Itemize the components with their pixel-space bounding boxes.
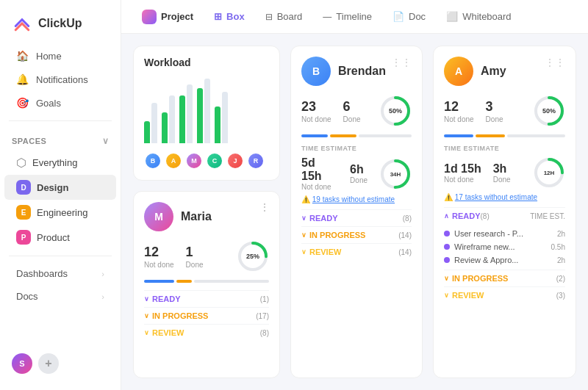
bar-gray-4 xyxy=(204,79,210,143)
workload-avatars: B A M C J R xyxy=(144,152,269,170)
seg-blue-brendan xyxy=(301,134,328,137)
amy-progress-bar xyxy=(444,134,565,137)
maria-card: M Maria ⋮ 12 Not done 1 Done xyxy=(133,191,280,378)
amy-time-estimate-label: TIME ESTIMATE xyxy=(444,145,565,152)
maria-progress-circle: 25% xyxy=(237,240,269,272)
maria-review-section[interactable]: ∨ REVIEW (8) xyxy=(144,324,269,341)
maria-inprogress-label: ∨ IN PROGRESS xyxy=(144,311,208,320)
amy-name: Amy xyxy=(481,65,506,78)
seg-blue-maria xyxy=(144,280,174,283)
amy-time-not-done: 1d 15h Not done xyxy=(444,162,481,184)
amy-ready-section[interactable]: ∧ READY (8) TIME EST. xyxy=(444,207,565,224)
maria-done-label: Done xyxy=(186,261,204,269)
sidebar-item-engineering[interactable]: E Engineering xyxy=(4,200,116,225)
sidebar-item-product[interactable]: P Product xyxy=(4,225,116,250)
maria-ready-section[interactable]: ∨ READY (1) xyxy=(144,290,269,307)
project-label: Project xyxy=(133,5,202,29)
task-name-3: Review & Appro... xyxy=(454,256,551,264)
timeline-icon: — xyxy=(323,12,331,22)
sidebar-item-goals[interactable]: 🎯 Goals xyxy=(4,91,116,115)
amy-not-done-stat: 12 Not done xyxy=(444,99,474,123)
sidebar-item-everything[interactable]: ⬡ Everything xyxy=(4,151,116,175)
brendan-ready-section[interactable]: ∨ READY (8) xyxy=(301,209,412,226)
tab-whiteboard[interactable]: ⬜ Whiteboard xyxy=(437,7,520,26)
tab-timeline[interactable]: — Timeline xyxy=(314,7,381,26)
sidebar-item-home[interactable]: 🏠 Home xyxy=(4,44,116,68)
amy-time-row: 1d 15h Not done 3h Done 12H xyxy=(444,156,565,189)
tab-box[interactable]: ⊞ Box xyxy=(205,7,254,26)
expand-maria-icon[interactable]: ⋮ xyxy=(260,202,269,212)
brendan-done-label: Done xyxy=(343,115,361,123)
tab-board[interactable]: ⊟ Board xyxy=(257,7,312,26)
bar-green-4 xyxy=(197,88,203,143)
amy-done-stat: 3 Done xyxy=(486,99,503,123)
amy-time-est-col: TIME EST. xyxy=(530,212,565,220)
amy-warning-link[interactable]: 17 tasks without estimate xyxy=(455,193,537,201)
avatar-r: R xyxy=(247,152,265,170)
box-icon: ⊞ xyxy=(214,11,222,22)
maria-inprogress-count: (17) xyxy=(256,312,269,320)
engineering-dot: E xyxy=(16,205,31,220)
workload-title: Workload xyxy=(144,57,269,68)
amy-avatar: A xyxy=(444,57,473,86)
amy-inprogress-count: (2) xyxy=(556,275,565,283)
maria-inprogress-section[interactable]: ∨ IN PROGRESS (17) xyxy=(144,307,269,324)
seg-light-brendan xyxy=(359,134,412,137)
everything-label: Everything xyxy=(32,157,77,168)
sidebar-item-dashboards[interactable]: Dashboards › xyxy=(4,262,116,285)
task-time-2: 0.5h xyxy=(551,243,565,251)
brendan-inprogress-label: ∨ IN PROGRESS xyxy=(301,231,365,239)
sidebar-item-docs[interactable]: Docs › xyxy=(4,285,116,308)
brendan-not-done-stat: 23 Not done xyxy=(301,99,331,123)
brendan-stats: 23 Not done 6 Done 50% xyxy=(301,95,412,127)
chevron-review-amy: ∨ xyxy=(444,292,449,299)
brendan-inprogress-section[interactable]: ∨ IN PROGRESS (14) xyxy=(301,226,412,243)
expand-brendan-icon[interactable]: ⋮⋮ xyxy=(391,57,412,68)
amy-inprogress-section[interactable]: ∨ IN PROGRESS (2) xyxy=(444,270,565,286)
brendan-not-done-label: Not done xyxy=(301,115,331,123)
brendan-done-value: 6 xyxy=(343,99,361,115)
brendan-time-done-label: Done xyxy=(350,176,368,184)
goals-icon: 🎯 xyxy=(16,97,29,109)
chevron-down-icon: ∨ xyxy=(102,136,110,146)
amy-review-section[interactable]: ∨ REVIEW (3) xyxy=(444,286,565,303)
task-dot-1 xyxy=(444,231,450,236)
amy-review-label: ∨ REVIEW xyxy=(444,291,484,300)
amy-time-done-val: 3h xyxy=(493,162,511,176)
amy-inprogress-label: ∨ IN PROGRESS xyxy=(444,274,508,283)
tab-doc[interactable]: 📄 Doc xyxy=(384,7,434,26)
add-user-button[interactable]: + xyxy=(38,353,59,374)
amy-time-done: 3h Done xyxy=(493,162,511,184)
sidebar-item-design[interactable]: D Design xyxy=(4,175,116,200)
content-area: Workload xyxy=(121,34,588,390)
amy-time-not-done-label: Not done xyxy=(444,176,481,184)
maria-review-count: (8) xyxy=(260,329,269,337)
chevron-inprogress-amy: ∨ xyxy=(444,275,449,282)
chevron-ready-brendan: ∨ xyxy=(301,214,306,222)
amy-ready-label: ∧ READY xyxy=(444,212,481,220)
engineering-label: Engineering xyxy=(37,207,87,218)
tab-timeline-label: Timeline xyxy=(336,11,372,22)
brendan-ready-count: (8) xyxy=(403,214,412,223)
user-avatar[interactable]: S xyxy=(12,353,32,374)
brendan-inprogress-count: (14) xyxy=(398,231,412,239)
brendan-review-section[interactable]: ∨ REVIEW (14) xyxy=(301,243,412,260)
brendan-warning-link[interactable]: 19 tasks without estimate xyxy=(312,195,395,203)
design-label: Design xyxy=(37,182,68,193)
maria-percent-label: 25% xyxy=(246,253,259,260)
expand-amy-icon[interactable]: ⋮⋮ xyxy=(545,57,565,68)
sidebar-item-notifications[interactable]: 🔔 Notifications xyxy=(4,68,116,91)
amy-time-circle: 12H xyxy=(533,156,565,189)
amy-stats: 12 Not done 3 Done 50% xyxy=(444,95,565,127)
brendan-time-circle: 34H xyxy=(379,158,412,190)
brendan-time-estimate-label: TIME ESTIMATE xyxy=(301,145,412,152)
brendan-done-stat: 6 Done xyxy=(343,99,361,123)
workload-chart xyxy=(144,77,269,143)
docs-chevron-icon: › xyxy=(101,292,104,301)
chevron-down-inprogress-maria: ∨ xyxy=(144,312,149,319)
amy-time-circle-label: 12H xyxy=(544,170,555,176)
brendan-time-done-val: 6h xyxy=(350,163,368,176)
avatar-b: B xyxy=(144,152,162,170)
task-row-2: Wireframe new... 0.5h xyxy=(444,240,565,253)
workload-card: Workload xyxy=(133,46,280,181)
